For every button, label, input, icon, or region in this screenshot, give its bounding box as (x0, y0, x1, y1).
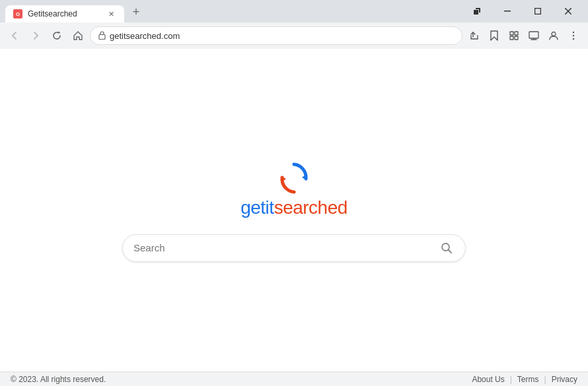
back-button[interactable] (5, 26, 24, 45)
svg-point-15 (573, 35, 574, 36)
about-us-link[interactable]: About Us (472, 375, 504, 384)
share-button[interactable] (465, 26, 484, 45)
svg-rect-8 (510, 36, 513, 40)
home-button[interactable] (69, 26, 87, 45)
forward-button[interactable] (26, 26, 45, 45)
separator-2: | (544, 375, 546, 384)
menu-button[interactable] (564, 26, 583, 45)
menu-icon (568, 31, 579, 40)
svg-line-20 (449, 249, 452, 253)
extensions-button[interactable] (505, 26, 523, 45)
lock-icon (98, 31, 106, 41)
profile-button[interactable] (544, 26, 563, 45)
bookmark-button[interactable] (485, 26, 503, 45)
svg-point-16 (573, 38, 574, 40)
window-controls (462, 2, 583, 20)
logo-searched: searched (274, 197, 348, 218)
active-tab[interactable]: G Getitsearched ✕ (5, 5, 124, 22)
footer: © 2023. All rights reserved. About Us | … (0, 371, 588, 386)
lock-svg (98, 31, 106, 40)
forward-icon (31, 31, 40, 40)
bookmark-icon (490, 30, 499, 41)
browser-chrome: G Getitsearched ✕ + (0, 0, 588, 49)
close-icon (565, 8, 571, 15)
reload-button[interactable] (48, 26, 66, 45)
svg-rect-6 (510, 32, 513, 35)
svg-rect-0 (504, 11, 511, 12)
minimize-icon (504, 11, 511, 12)
new-tab-button[interactable]: + (127, 3, 145, 21)
cast-button[interactable] (525, 26, 543, 45)
toolbar: getitsearched.com (0, 22, 588, 49)
address-bar[interactable]: getitsearched.com (90, 26, 462, 45)
reload-icon (52, 31, 61, 40)
svg-point-14 (573, 32, 574, 33)
restore-icon (474, 8, 480, 15)
svg-rect-9 (515, 36, 518, 40)
svg-rect-1 (535, 9, 541, 15)
address-text: getitsearched.com (110, 31, 180, 41)
cast-icon (529, 30, 539, 41)
tab-close-button[interactable]: ✕ (106, 9, 116, 19)
maximize-button[interactable] (523, 2, 552, 20)
logo-area: getitsearched (240, 159, 348, 218)
home-icon (73, 31, 83, 40)
minimize-button[interactable] (493, 2, 522, 20)
svg-rect-10 (529, 32, 538, 38)
title-bar: G Getitsearched ✕ + (0, 0, 588, 22)
back-icon (10, 31, 19, 40)
search-box-container[interactable] (122, 234, 466, 262)
logo-text: getitsearched (240, 197, 348, 218)
svg-marker-4 (58, 32, 61, 34)
footer-links: About Us | Terms | Privacy (472, 375, 577, 384)
svg-rect-5 (99, 34, 105, 39)
svg-rect-7 (515, 32, 518, 35)
separator-1: | (510, 375, 512, 384)
maximize-icon (534, 8, 541, 15)
search-input[interactable] (133, 242, 439, 253)
profile-icon (548, 30, 559, 41)
search-icon (441, 242, 453, 254)
share-icon (469, 30, 480, 41)
tab-favicon: G (13, 9, 22, 18)
search-icon-button[interactable] (439, 240, 455, 256)
tab-bar: G Getitsearched ✕ + (5, 0, 460, 22)
privacy-link[interactable]: Privacy (552, 375, 577, 384)
close-button[interactable] (554, 2, 583, 20)
tab-title: Getitsearched (28, 9, 100, 18)
svg-point-13 (552, 32, 556, 36)
page-content: getitsearched (0, 49, 588, 371)
copyright-text: © 2023. All rights reserved. (11, 375, 106, 384)
logo-getit: getit (240, 197, 274, 218)
logo-icon-svg (273, 159, 315, 195)
terms-link[interactable]: Terms (517, 375, 539, 384)
toolbar-actions (465, 26, 583, 45)
restore-down-button[interactable] (462, 2, 492, 20)
extensions-icon (509, 30, 519, 41)
